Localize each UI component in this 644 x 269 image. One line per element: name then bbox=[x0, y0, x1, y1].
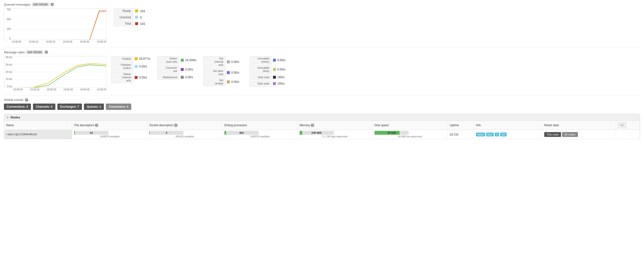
rate-consumer-ack: Consumerack 0.00/s bbox=[157, 65, 198, 74]
total-value: 181 bbox=[140, 22, 146, 25]
rates-col-3: Get(manualack) 0.00/s Get (autoack) 0.00… bbox=[204, 56, 245, 86]
total-color bbox=[135, 22, 138, 25]
ready-value: 181 bbox=[140, 9, 146, 13]
rates-x-labels: 19:06:00 19:06:10 19:06:20 19:06:30 19:0… bbox=[4, 88, 106, 91]
memory-sub: 3.1 GiB high watermark bbox=[300, 135, 370, 138]
socket-desc-value: 4 bbox=[149, 131, 184, 135]
rates-chart-area: 40 k/s 30 k/s 20 k/s 10 k/s 0 k/s 19:06:… bbox=[4, 56, 106, 91]
socket-descriptors-cell: 4 943629 available bbox=[147, 130, 222, 139]
rates-col-4: Unroutable(return) 0.00/s Unroutable(dro… bbox=[250, 56, 291, 86]
this-node-btn[interactable]: This node bbox=[544, 132, 561, 137]
queued-time-range[interactable]: last minute bbox=[32, 2, 49, 6]
reset-stats-cell: This node All nodes bbox=[542, 130, 616, 139]
info-tag-basic[interactable]: basic bbox=[476, 133, 485, 136]
socket-desc-help[interactable]: ? bbox=[174, 124, 178, 127]
queued-stats: Ready 181 Unacked 0 Total 181 bbox=[114, 8, 146, 26]
rates-section-title: Message rates last minute ? bbox=[4, 50, 640, 54]
erlang-sub: 1048576 available bbox=[224, 135, 296, 138]
uptime-cell: 2d 21h bbox=[448, 130, 474, 139]
col-file-desc: File descriptors ? bbox=[72, 121, 147, 130]
erlang-cell: 462 1048576 available bbox=[222, 130, 297, 139]
disk-cell: 35 GiB 48 MiB low watermark bbox=[372, 130, 448, 139]
rate-disk-write: Disk write 165/s bbox=[250, 81, 291, 86]
queues-btn[interactable]: Queues: 1 bbox=[84, 104, 104, 110]
info-tag-disc[interactable]: disc bbox=[486, 133, 494, 136]
nodes-table-header: Name File descriptors ? Socket descripto… bbox=[4, 121, 640, 130]
rates-chart-svg bbox=[4, 56, 106, 88]
memory-cell: 248 MiB 3.1 GiB high watermark bbox=[297, 130, 372, 139]
nodes-table: Name File descriptors ? Socket descripto… bbox=[4, 121, 640, 139]
rate-get-manual: Get(manualack) 0.00/s bbox=[204, 56, 245, 67]
queued-help-icon[interactable]: ? bbox=[50, 3, 54, 6]
file-desc-bar: 42 1048576 available bbox=[74, 131, 145, 138]
plus-minus-btn[interactable]: +/- bbox=[618, 122, 626, 128]
rate-redelivered: Redelivered 0.00/s bbox=[157, 75, 198, 80]
rates-y-labels: 40 k/s 30 k/s 20 k/s 10 k/s 0 k/s bbox=[4, 56, 13, 88]
rates-col-2: Deliver(auto ack) 24,439/s Consumerack 0… bbox=[157, 56, 198, 86]
erlang-value: 462 bbox=[224, 131, 258, 135]
rate-get-empty: Get(empty) 0.00/s bbox=[204, 78, 245, 86]
rate-publisher-confirm: Publisherconfirm 0.00/s bbox=[111, 62, 152, 71]
file-descriptors-cell: 42 1048576 available bbox=[72, 130, 147, 139]
all-nodes-btn[interactable]: All nodes bbox=[562, 132, 578, 137]
rate-deliver-auto: Deliver(auto ack) 24,439/s bbox=[157, 56, 198, 64]
disk-value: 35 GiB bbox=[374, 131, 408, 135]
table-row: rabbit@111584b40a16 42 1048576 available bbox=[4, 130, 640, 139]
channels-btn[interactable]: Channels: 4 bbox=[33, 104, 55, 110]
col-socket-desc: Socket descriptors ? bbox=[147, 121, 222, 130]
global-counts-section: Global counts ? Connections: 4 Channels:… bbox=[4, 98, 640, 110]
rate-deliver-manual: Deliver(manualack) 0.00/s bbox=[111, 72, 152, 83]
queued-y-labels: 750 500 250 0 bbox=[4, 8, 12, 40]
erlang-bar: 462 1048576 available bbox=[224, 131, 296, 138]
collapse-icon[interactable]: ▼ bbox=[6, 116, 9, 119]
rate-publish: Publish 28,877/s bbox=[111, 56, 152, 61]
info-tag-2[interactable]: 2 bbox=[495, 133, 499, 136]
col-name: Name bbox=[4, 121, 72, 130]
col-erlang: Erlang processes bbox=[222, 121, 297, 130]
rates-help-icon[interactable]: ? bbox=[45, 50, 48, 54]
counts-buttons: Connections: 4 Channels: 4 Exchanges: 7 … bbox=[4, 104, 640, 110]
file-desc-sub: 1048576 available bbox=[74, 135, 145, 138]
ready-color bbox=[135, 9, 138, 12]
consumers-btn[interactable]: Consumers: 4 bbox=[106, 104, 131, 110]
queued-section-title: Queued messages last minute ? bbox=[4, 2, 640, 6]
rate-unroutable-drop: Unroutable(drop) 0.00/s bbox=[250, 65, 291, 74]
connections-btn[interactable]: Connections: 4 bbox=[4, 104, 31, 110]
rates-time-range[interactable]: last minute bbox=[26, 50, 43, 54]
rate-unroutable-return: Unroutable(return) 0.00/s bbox=[250, 56, 291, 64]
queued-x-labels: 19:06:00 19:06:10 19:06:20 19:06:30 19:0… bbox=[4, 40, 106, 43]
col-memory: Memory ? bbox=[297, 121, 372, 130]
col-info: Info bbox=[474, 121, 542, 130]
nodes-title: Nodes bbox=[10, 115, 20, 119]
socket-desc-bar: 4 943629 available bbox=[149, 131, 220, 138]
global-counts-help[interactable]: ? bbox=[25, 98, 28, 102]
plusminus-cell bbox=[616, 130, 640, 139]
nodes-section: ▼ Nodes Name File descriptors ? Socket d… bbox=[4, 114, 640, 139]
memory-value: 248 MiB bbox=[300, 131, 334, 135]
node-name: rabbit@111584b40a16 bbox=[4, 130, 72, 139]
rates-col-1: Publish 28,877/s Publisherconfirm 0.00/s… bbox=[111, 56, 152, 86]
queued-chart-area: 750 500 250 0 19:06:00 19:06:10 bbox=[4, 8, 106, 43]
rates-section: 40 k/s 30 k/s 20 k/s 10 k/s 0 k/s 19:06:… bbox=[4, 56, 640, 91]
memory-help[interactable]: ? bbox=[311, 124, 314, 127]
queued-chart-svg bbox=[4, 8, 106, 40]
col-disk: Disk space bbox=[372, 121, 448, 130]
stat-row-unacked: Unacked 0 bbox=[114, 15, 146, 20]
file-desc-value: 42 bbox=[74, 131, 108, 135]
rate-get-auto: Get (autoack) 0.00/s bbox=[204, 68, 245, 77]
col-uptime: Uptime bbox=[448, 121, 474, 130]
disk-sub: 48 MiB low watermark bbox=[374, 135, 446, 138]
disk-bar: 35 GiB 48 MiB low watermark bbox=[374, 131, 446, 138]
stat-row-ready: Ready 181 bbox=[114, 8, 146, 14]
info-tags: basic disc 2 rss bbox=[476, 133, 540, 136]
col-reset: Reset stats bbox=[542, 121, 616, 130]
memory-bar: 248 MiB 3.1 GiB high watermark bbox=[300, 131, 370, 138]
queued-section: 750 500 250 0 19:06:00 19:06:10 bbox=[4, 8, 640, 43]
rates-stats: Publish 28,877/s Publisherconfirm 0.00/s… bbox=[111, 56, 291, 86]
unacked-color bbox=[135, 16, 138, 19]
info-tag-rss[interactable]: rss bbox=[500, 133, 507, 136]
rate-disk-read: Disk read 165/s bbox=[250, 75, 291, 80]
file-desc-help[interactable]: ? bbox=[95, 124, 98, 127]
global-counts-title: Global counts ? bbox=[4, 98, 640, 102]
exchanges-btn[interactable]: Exchanges: 7 bbox=[57, 104, 82, 110]
